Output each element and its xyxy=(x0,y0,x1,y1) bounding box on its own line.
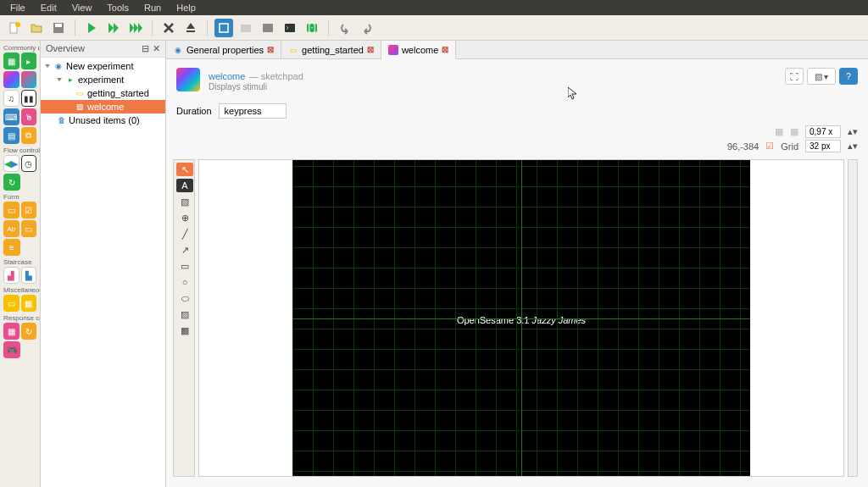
tab-getting-started-close-icon[interactable]: ⊠ xyxy=(367,45,374,54)
palette-sampler-icon[interactable]: ♫ xyxy=(3,90,19,107)
palette-inline-icon[interactable]: ⧉ xyxy=(21,127,37,144)
run-quick-icon[interactable] xyxy=(126,19,145,37)
tree-root-label: New experiment xyxy=(66,61,133,71)
palette-logger-icon[interactable]: ▤ xyxy=(3,127,19,144)
redo-icon[interactable] xyxy=(358,19,376,37)
variable-icon[interactable]: [·] xyxy=(303,19,321,37)
palette-misc1-icon[interactable]: ▭ xyxy=(3,295,19,312)
grid-input[interactable] xyxy=(805,140,841,152)
menu-help[interactable]: Help xyxy=(170,1,203,14)
terminal-icon[interactable] xyxy=(281,19,299,37)
palette-form5-icon[interactable]: ≡ xyxy=(3,239,20,256)
line-tool-icon[interactable]: ╱ xyxy=(176,227,193,241)
tab-general[interactable]: ◉ General properties ⊠ xyxy=(166,41,281,58)
palette-misc2-icon[interactable]: ▦ xyxy=(21,295,37,312)
run-icon[interactable] xyxy=(82,19,101,37)
item-description[interactable]: Displays stimuli xyxy=(209,82,303,91)
palette-form3-icon[interactable]: Ab xyxy=(3,220,19,237)
palette-keyboard-icon[interactable]: ⌨ xyxy=(3,108,19,125)
tab-bar: ◉ General properties ⊠ ▭ getting_started… xyxy=(166,41,868,59)
pointer-tool-icon[interactable]: ↖ xyxy=(176,163,193,176)
menubar: File Edit View Tools Run Help xyxy=(0,0,868,15)
palette-form1-icon[interactable]: ▭ xyxy=(3,202,19,219)
layout-icon[interactable] xyxy=(214,19,233,37)
tab-general-close-icon[interactable]: ⊠ xyxy=(267,45,274,54)
svg-rect-6 xyxy=(263,24,273,32)
debug-icon[interactable] xyxy=(259,19,277,37)
svg-rect-4 xyxy=(220,24,228,32)
folder-icon[interactable] xyxy=(236,19,255,37)
palette-resp2-icon[interactable]: ↻ xyxy=(21,323,37,340)
menu-file[interactable]: File xyxy=(3,1,32,14)
tab-welcome[interactable]: welcome ⊠ xyxy=(381,41,456,59)
toolbar: [·] xyxy=(0,15,868,41)
run-fast-icon[interactable] xyxy=(104,19,123,37)
kill-icon[interactable] xyxy=(159,19,178,37)
palette-sequence-icon[interactable]: ▸ xyxy=(21,53,37,69)
sketchpad-canvas[interactable]: OpenSesame 3.1 Jazzy James xyxy=(292,159,750,477)
eject-icon[interactable] xyxy=(181,19,200,37)
palette-form2-icon[interactable]: ☑ xyxy=(21,202,37,219)
tab-welcome-close-icon[interactable]: ⊠ xyxy=(442,45,448,54)
tree: ◉ New experiment ▸ experiment ▭ getting_… xyxy=(41,58,165,487)
menu-tools[interactable]: Tools xyxy=(100,1,136,14)
open-file-icon[interactable] xyxy=(27,19,46,37)
tab-getting-started-label: getting_started xyxy=(302,45,364,55)
vertical-scrollbar[interactable] xyxy=(848,159,858,477)
duration-label: Duration xyxy=(176,106,212,116)
palette-flow1-icon[interactable]: ◀▶ xyxy=(3,155,19,172)
palette-sketchpad-icon[interactable] xyxy=(3,71,19,88)
palette-mouse-icon[interactable]: 🖱 xyxy=(21,108,37,125)
overview-close-icon[interactable]: ✕ xyxy=(153,43,160,54)
palette-flow2-icon[interactable]: ◷ xyxy=(21,155,37,172)
new-file-icon[interactable] xyxy=(5,19,24,37)
svg-text:[·]: [·] xyxy=(308,22,315,32)
fixdot-tool-icon[interactable]: ⊕ xyxy=(176,211,193,224)
image-tool-icon[interactable]: ▧ xyxy=(176,195,193,208)
menu-view[interactable]: View xyxy=(65,1,99,14)
menu-edit[interactable]: Edit xyxy=(34,1,64,14)
palette-synth-icon[interactable]: ▮▮ xyxy=(21,90,37,107)
duration-input[interactable] xyxy=(219,103,287,119)
ellipse-tool-icon[interactable]: ⬭ xyxy=(176,291,193,305)
text-tool-icon[interactable]: A xyxy=(176,179,193,192)
palette-flow3-icon[interactable]: ↻ xyxy=(3,174,20,191)
view-mode-button[interactable]: ▧ ▾ xyxy=(807,68,836,85)
svg-point-1 xyxy=(15,22,20,27)
palette-loop-icon[interactable]: ▦ xyxy=(3,53,19,69)
fullscreen-button[interactable]: ⛶ xyxy=(785,68,804,85)
palette-commonly-used-label: Commonly used xyxy=(2,42,38,52)
overview-panel: Overview ⊟✕ ◉ New experiment ▸ experimen… xyxy=(41,41,166,487)
tree-getting-started[interactable]: ▭ getting_started xyxy=(41,86,165,100)
item-header: welcome — sketchpad Displays stimuli ⛶ ▧… xyxy=(166,59,868,100)
canvas-area[interactable]: OpenSesame 3.1 Jazzy James xyxy=(198,159,844,477)
noise-tool-icon[interactable]: ▩ xyxy=(176,324,193,337)
tree-welcome[interactable]: ▧ welcome xyxy=(41,100,165,113)
circle-tool-icon[interactable]: ○ xyxy=(176,275,193,289)
save-file-icon[interactable] xyxy=(49,19,68,37)
tree-experiment[interactable]: ▸ experiment xyxy=(41,73,165,86)
gabor-tool-icon[interactable]: ▨ xyxy=(176,307,193,321)
arrow-tool-icon[interactable]: ↗ xyxy=(176,243,193,257)
palette-form4-icon[interactable]: ▭ xyxy=(21,220,37,237)
draw-toolbox: ↖ A ▧ ⊕ ╱ ↗ ▭ ○ ⬭ ▨ ▩ xyxy=(173,159,195,477)
tree-root[interactable]: ◉ New experiment xyxy=(41,59,165,73)
palette-resp3-icon[interactable]: 🎮 xyxy=(3,341,20,358)
sketchpad-icon xyxy=(176,68,200,91)
tree-unused[interactable]: 🗑 Unused items (0) xyxy=(41,113,165,127)
tab-getting-started[interactable]: ▭ getting_started ⊠ xyxy=(281,41,381,58)
rect-tool-icon[interactable]: ▭ xyxy=(176,259,193,273)
palette-misc-label: Miscellaneous xyxy=(2,285,38,294)
palette-stair2-icon[interactable]: ▙ xyxy=(21,267,37,284)
item-name[interactable]: welcome xyxy=(209,71,245,81)
menu-run[interactable]: Run xyxy=(137,1,168,14)
palette-stair1-icon[interactable]: ▟ xyxy=(3,267,19,284)
palette-staircase-label: Staircase xyxy=(2,257,38,266)
palette-feedback-icon[interactable] xyxy=(21,71,37,88)
overview-collapse-icon[interactable]: ⊟ xyxy=(142,43,149,54)
grid-stepper-icon[interactable]: ▴▾ xyxy=(848,141,858,152)
undo-icon[interactable] xyxy=(336,19,354,37)
palette-resp1-icon[interactable]: ▦ xyxy=(3,323,19,340)
svg-rect-7 xyxy=(285,24,295,32)
help-button[interactable]: ? xyxy=(839,68,858,85)
